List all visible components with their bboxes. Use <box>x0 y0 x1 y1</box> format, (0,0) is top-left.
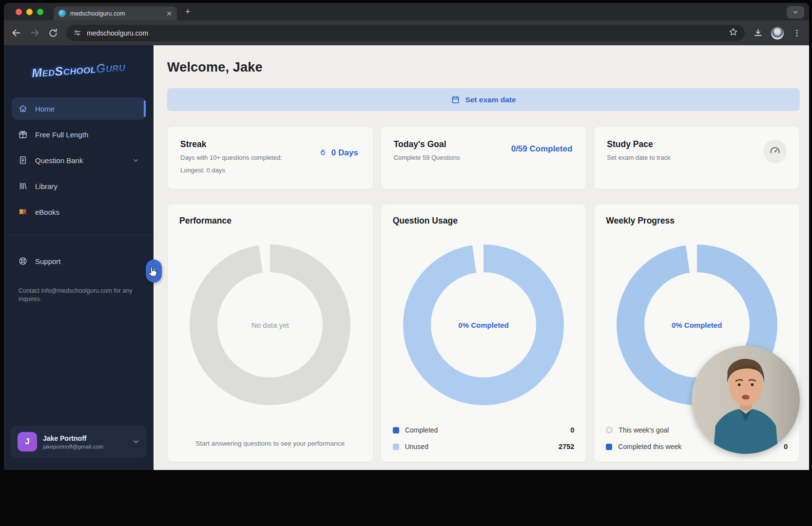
user-email: jakeportnoff@gmail.com <box>43 444 103 450</box>
legend-value: 0 <box>784 443 788 451</box>
downloads-button[interactable] <box>753 28 763 38</box>
medschoolguru-logo[interactable]: MedSchoolGuru <box>4 45 154 94</box>
document-icon <box>18 155 28 165</box>
url-text: medschoolguru.com <box>87 29 148 37</box>
chevron-down-icon <box>132 157 139 164</box>
legend-row: Completed 0 <box>393 422 575 438</box>
question-usage-center-text: 0% Completed <box>403 244 564 405</box>
page-title: Welcome, Jake <box>167 60 800 75</box>
todays-goal-subtitle: Complete 59 Questions <box>394 154 574 161</box>
bookmark-button[interactable] <box>729 27 738 38</box>
reload-button[interactable] <box>48 28 58 38</box>
performance-title: Performance <box>179 216 361 226</box>
question-usage-legend: Completed 0 Unused 2752 <box>393 422 575 455</box>
tab-title: medschoolguru.com <box>70 10 162 17</box>
chevron-down-icon <box>132 438 140 446</box>
sidebar-item-support[interactable]: Support <box>12 250 146 272</box>
download-icon <box>753 28 763 38</box>
dashboard-main: Welcome, Jake Set exam date Streak Days … <box>154 45 809 470</box>
logo-part-medschool: MedSchool <box>31 61 97 79</box>
streak-card: Streak Days with 10+ questions completed… <box>167 126 373 189</box>
sidebar-item-label: Home <box>35 105 55 113</box>
gift-icon <box>18 130 28 139</box>
legend-row: Unused 2752 <box>393 438 575 455</box>
legend-label: Unused <box>405 443 428 451</box>
flame-icon <box>318 149 328 158</box>
legend-value: 2752 <box>559 443 574 451</box>
back-button[interactable] <box>11 28 21 38</box>
site-settings-icon <box>73 29 81 37</box>
page-content: MedSchoolGuru Home Free Full Length Ques… <box>4 45 809 470</box>
set-exam-date-label: Set exam date <box>465 95 516 104</box>
sidebar: MedSchoolGuru Home Free Full Length Ques… <box>4 45 154 470</box>
stats-row: Streak Days with 10+ questions completed… <box>167 126 800 189</box>
profile-avatar[interactable] <box>771 27 784 39</box>
forward-icon <box>30 28 40 38</box>
performance-footer: Start answering questions to see your pe… <box>187 439 353 449</box>
library-icon <box>18 181 28 191</box>
sidebar-item-label: Question Bank <box>35 156 83 165</box>
tab-strip: medschoolguru.com ✕ + <box>4 3 809 20</box>
streak-line2: Longest: 0 days <box>180 167 360 174</box>
minimize-window-button[interactable] <box>26 9 33 15</box>
set-exam-date-button[interactable]: Set exam date <box>167 88 800 111</box>
study-pace-title: Study Pace <box>607 139 787 150</box>
performance-card: Performance No data yet Start answering … <box>167 204 373 462</box>
legend-label: Completed this week <box>618 443 681 451</box>
sidebar-item-label: Support <box>35 257 61 265</box>
browser-window: medschoolguru.com ✕ + medschoolguru.com <box>4 3 809 470</box>
browser-toolbar: medschoolguru.com <box>4 20 809 45</box>
legend-marker-completed <box>393 427 399 433</box>
question-usage-title: Question Usage <box>393 216 575 226</box>
browser-menu-button[interactable] <box>792 28 802 38</box>
user-info: Jake Portnoff jakeportnoff@gmail.com <box>43 434 103 450</box>
sidebar-item-label: Library <box>35 182 58 190</box>
sidebar-item-ebooks[interactable]: eBooks <box>12 201 146 223</box>
calendar-icon <box>451 95 460 104</box>
todays-goal-card: Today's Goal Complete 59 Questions 0/59 … <box>381 126 587 189</box>
sidebar-item-label: eBooks <box>35 208 59 216</box>
study-pace-card: Study Pace Set exam date to track <box>594 126 800 189</box>
performance-donut: No data yet <box>190 244 350 405</box>
close-window-button[interactable] <box>16 9 22 15</box>
sidebar-item-free-full-length[interactable]: Free Full Length <box>12 123 146 146</box>
presenter-video <box>692 346 800 454</box>
sidebar-item-home[interactable]: Home <box>12 97 146 120</box>
legend-marker-goal <box>606 427 613 433</box>
legend-label: This week's goal <box>619 426 669 434</box>
webcam-overlay <box>692 346 800 454</box>
chevron-down-icon <box>792 9 799 16</box>
sidebar-item-question-bank[interactable]: Question Bank <box>12 149 146 171</box>
star-icon <box>729 27 738 37</box>
site-favicon <box>58 10 66 17</box>
address-bar[interactable]: medschoolguru.com <box>66 25 745 41</box>
tab-close-icon[interactable]: ✕ <box>166 10 172 17</box>
mouse-cursor <box>147 265 159 280</box>
sidebar-item-library[interactable]: Library <box>12 175 146 197</box>
maximize-window-button[interactable] <box>37 9 43 15</box>
performance-center-text: No data yet <box>190 244 350 405</box>
study-pace-gauge <box>763 140 787 163</box>
user-avatar: J <box>18 432 37 451</box>
study-pace-subtitle: Set exam date to track <box>607 154 787 161</box>
sidebar-divider <box>4 235 154 235</box>
browser-tab[interactable]: medschoolguru.com ✕ <box>54 6 177 20</box>
home-icon <box>18 104 28 113</box>
sidebar-nav: Home Free Full Length Question Bank Libr… <box>4 97 154 303</box>
reload-icon <box>48 28 58 38</box>
question-usage-donut: 0% Completed <box>403 244 564 405</box>
new-tab-button[interactable]: + <box>185 7 191 16</box>
forward-button[interactable] <box>29 28 40 38</box>
legend-marker-completed-week <box>606 444 612 450</box>
ebooks-icon <box>18 207 28 217</box>
legend-marker-unused <box>393 444 399 450</box>
legend-value: 0 <box>570 426 574 434</box>
user-name: Jake Portnoff <box>43 434 103 442</box>
streak-days: 0 Days <box>331 148 358 158</box>
speedometer-icon <box>769 145 781 158</box>
streak-value: 0 Days <box>318 148 358 158</box>
kebab-menu-icon <box>793 29 801 38</box>
support-contact-text: Contact info@medschoolguru.com for any i… <box>19 287 139 303</box>
tab-search-button[interactable] <box>787 6 804 19</box>
user-profile-card[interactable]: J Jake Portnoff jakeportnoff@gmail.com <box>11 426 147 458</box>
